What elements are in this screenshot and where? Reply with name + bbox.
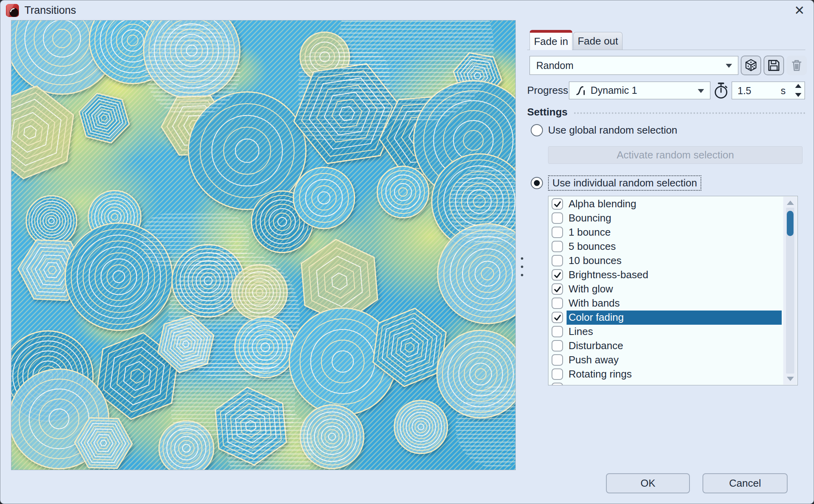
list-item-brightness-based[interactable]: Brightness-based [548,268,797,282]
settings-divider-dots [574,112,805,114]
checkbox[interactable] [552,212,563,224]
cancel-button[interactable]: Cancel [702,473,788,493]
progress-curve-value: Dynamic 1 [591,85,637,96]
checkbox[interactable] [552,255,563,266]
tab-fade-in-label: Fade in [534,35,568,48]
list-item-rotating-rings[interactable]: Rotating rings [548,367,797,381]
checkbox-checked[interactable] [552,312,563,323]
list-item-10-bounces[interactable]: 10 bounces [548,254,797,268]
list-item-label: 1 bounce [567,225,782,240]
transition-effects-list[interactable]: Alpha blendingBouncing1 bounce5 bounces1… [548,196,798,385]
ok-button[interactable]: OK [606,473,690,493]
window-title: Transitions [24,4,76,17]
save-preset-button[interactable] [764,56,784,75]
list-item-with-bands[interactable]: With bands [548,296,797,311]
duration-unit: s [781,85,786,97]
trash-icon [790,58,804,73]
checkbox[interactable] [552,326,563,337]
list-item-label: With bands [567,296,782,311]
stopwatch-icon [714,82,729,100]
dice-cube-icon [744,58,758,73]
scroll-down-icon[interactable] [783,374,797,383]
checkbox[interactable] [552,340,563,351]
list-item-color-fading[interactable]: Color fading [548,311,797,325]
list-item-label: Lines [567,325,782,339]
delete-preset-button[interactable] [786,56,807,75]
checkbox-checked[interactable] [552,283,563,295]
list-item-label: 5 bounces [567,240,782,254]
checkbox-checked[interactable] [552,269,563,281]
list-item-label: Rotating rings [567,367,782,381]
list-item-label [567,381,782,385]
tab-fade-in[interactable]: Fade in [530,30,572,50]
close-icon[interactable]: × [791,2,808,19]
checkbox[interactable] [552,298,563,309]
list-item-label: Color fading [567,311,782,325]
scrollbar-thumb[interactable] [787,211,794,236]
radio-global-random[interactable]: Use global random selection [531,124,677,136]
checkbox[interactable] [552,354,563,366]
list-item-5-bounces[interactable]: 5 bounces [548,240,797,254]
splitter-grip[interactable] [520,256,524,278]
tab-fade-out[interactable]: Fade out [573,32,623,50]
list-item-1-bounce[interactable]: 1 bounce [548,225,797,240]
list-item-bouncing[interactable]: Bouncing [548,211,797,225]
checkbox[interactable] [552,227,563,238]
randomize-button[interactable] [741,56,761,75]
list-item-label: Brightness-based [567,268,782,282]
list-item-label: Alpha blending [567,197,782,211]
scroll-up-icon[interactable] [783,198,797,207]
app-logo-icon [6,4,19,17]
list-item-label: 10 bounces [567,254,782,268]
radio-individual-random[interactable]: Use individual random selection [531,175,701,191]
s-curve-icon [576,85,587,96]
settings-section-header: Settings [527,105,805,119]
checkbox[interactable] [552,383,563,385]
duration-input[interactable]: 1.5 s [732,82,805,99]
vertical-scrollbar[interactable] [783,197,797,385]
list-item-with-glow[interactable]: With glow [548,282,797,296]
preset-combobox[interactable]: Random [530,56,738,75]
list-item-lines[interactable]: Lines [548,325,797,339]
spinner-down-icon[interactable] [795,93,801,97]
radio-individual-circle[interactable] [531,177,543,189]
radio-global-circle[interactable] [531,124,543,136]
duration-value: 1.5 [738,85,751,97]
radio-individual-label[interactable]: Use individual random selection [548,175,701,191]
spinner-up-icon[interactable] [795,84,801,88]
checkbox[interactable] [552,241,563,252]
tab-fade-out-label: Fade out [578,35,618,47]
activate-random-selection-button[interactable]: Activate random selection [548,146,803,164]
list-item-disturbance[interactable]: Disturbance [548,339,797,353]
list-item-label: With glow [567,282,782,296]
transitions-dialog: Transitions × Fade in Fade out Random [0,0,814,504]
titlebar[interactable]: Transitions × [0,0,814,20]
settings-title: Settings [527,106,568,118]
checkbox-checked[interactable] [552,198,563,210]
list-item-alpha-blending[interactable]: Alpha blending [548,197,797,211]
progress-curve-combobox[interactable]: Dynamic 1 [569,82,710,99]
list-item-partial[interactable] [548,381,797,385]
list-item-label: Disturbance [567,339,782,353]
checkbox[interactable] [552,368,563,380]
chevron-down-icon [726,64,732,68]
scrollbar-track[interactable] [786,208,794,374]
transition-preview[interactable] [11,20,516,470]
list-item-label: Push away [567,353,782,367]
floppy-disk-icon [767,58,781,73]
preview-pattern-image [11,20,515,470]
radio-global-label[interactable]: Use global random selection [548,124,677,136]
preset-value: Random [536,60,574,71]
chevron-down-icon [698,89,704,93]
progress-label: Progress: [527,84,571,97]
list-item-push-away[interactable]: Push away [548,353,797,367]
list-item-label: Bouncing [567,211,782,225]
